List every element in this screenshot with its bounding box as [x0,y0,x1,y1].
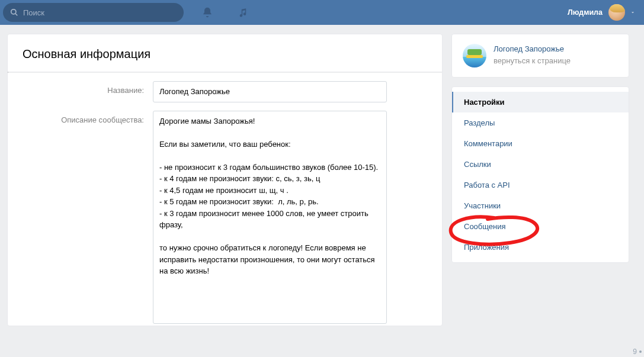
music-icon [238,7,248,18]
user-name: Людмила [568,8,603,17]
menu-item-members[interactable]: Участники [452,195,629,216]
notifications-button[interactable] [196,0,219,25]
group-logo [463,44,486,67]
settings-menu: Настройки Разделы Комментарии Ссылки Раб… [451,86,629,263]
menu-item-messages[interactable]: Сообщения [452,216,629,237]
row-name: Название: [8,73,442,102]
svg-line-1 [15,14,18,16]
search-placeholder: Поиск [23,8,44,17]
search-input[interactable]: Поиск [3,3,184,22]
corner-count: 9 [633,348,637,356]
topbar: Поиск Людмила [0,0,644,25]
corner-dot-icon [639,350,642,353]
user-menu[interactable]: Людмила [568,0,636,25]
chevron-down-icon [630,8,636,17]
name-field[interactable] [153,81,387,102]
group-title: Логопед Запорожье [494,44,571,54]
avatar [608,4,625,21]
menu-item-links[interactable]: Ссылки [452,154,629,175]
label-description: Описание сообщества: [8,111,153,326]
search-icon [10,8,18,17]
menu-item-comments[interactable]: Комментарии [452,133,629,154]
menu-item-settings[interactable]: Настройки [452,92,629,112]
menu-item-sections[interactable]: Разделы [452,112,629,133]
corner-notifications[interactable]: 9 [633,348,642,356]
content: Основная информация Название: Описание с… [0,25,644,326]
bell-icon [201,7,213,18]
menu-item-apps[interactable]: Приложения [452,237,629,258]
group-card[interactable]: Логопед Запорожье вернуться к странице [451,34,629,78]
page-title: Основная информация [8,34,442,72]
description-field[interactable] [153,111,387,324]
row-description: Описание сообщества: [8,102,442,326]
svg-point-0 [11,9,16,14]
main-panel: Основная информация Название: Описание с… [7,34,443,326]
music-button[interactable] [231,0,255,25]
sidebar: Логопед Запорожье вернуться к странице Н… [451,34,629,326]
label-name: Название: [8,81,153,102]
group-return-link[interactable]: вернуться к странице [494,56,571,66]
menu-item-api[interactable]: Работа с API [452,175,629,195]
